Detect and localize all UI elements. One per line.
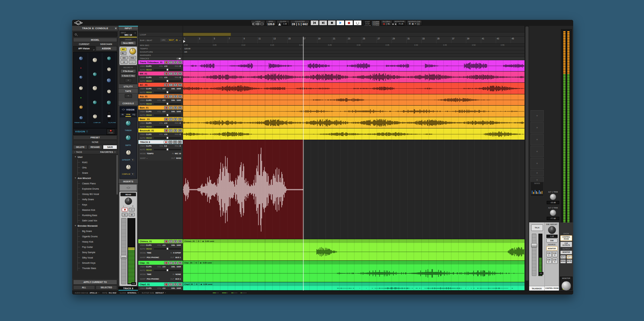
- input-monitor-button[interactable]: I: [169, 283, 173, 286]
- solo-button[interactable]: S: [173, 141, 177, 144]
- record-arm-button[interactable]: [164, 129, 168, 132]
- volume-value[interactable]: -2.6: [162, 266, 165, 268]
- solo-button[interactable]: S: [173, 129, 177, 132]
- strip-knob[interactable]: [79, 56, 83, 61]
- solo-button[interactable]: S: [173, 283, 177, 286]
- show-control-room-button[interactable]: CONTROL ROOM: [560, 235, 572, 241]
- audio-clip[interactable]: [183, 128, 525, 140]
- pan-slider[interactable]: [154, 103, 181, 105]
- gate-in-chip[interactable]: IN: [131, 159, 134, 161]
- track-header[interactable]: Clap _01 ISM VIEWCLIPSVOL-2.6100L100R AU…: [138, 261, 183, 282]
- automation-mode[interactable]: READ: [146, 137, 152, 139]
- snap-chip[interactable]: SNAP: [168, 39, 175, 42]
- preset-item[interactable]: Heavy Kick: [72, 239, 118, 244]
- input-route-value[interactable]: 8 S/PDIF: [173, 252, 181, 254]
- sidebar-scrollbar[interactable]: [116, 155, 118, 195]
- fader-cap[interactable]: [121, 255, 127, 259]
- add-insert-button[interactable]: +: [530, 110, 544, 121]
- audio-clip[interactable]: [183, 106, 525, 117]
- view-grid-icon[interactable]: [256, 23, 259, 25]
- audio-clip[interactable]: Clap _01G◆0.00 semi: [183, 261, 525, 282]
- add-insert-button[interactable]: +: [530, 146, 544, 157]
- output-route-value[interactable]: MAIN: [176, 157, 181, 159]
- pan-left-value[interactable]: 100L: [171, 287, 175, 289]
- depth-knob[interactable]: [125, 135, 131, 141]
- overload-indicator[interactable]: OL: [388, 23, 390, 25]
- volume-value[interactable]: -2.6: [162, 244, 165, 246]
- bar-beat-row-label[interactable]: BAR | BEAT GRID SNAP U →: [138, 37, 183, 44]
- rename-button[interactable]: RENAME: [88, 145, 102, 149]
- pan-value[interactable]: C: [180, 133, 181, 135]
- session-icon[interactable]: ◉: [412, 23, 414, 25]
- selected-track-lane[interactable]: [183, 140, 525, 239]
- track-name[interactable]: Clap _01: [140, 262, 164, 264]
- tempo-value[interactable]: 120.00: [184, 48, 190, 50]
- tab-in[interactable]: IN: [120, 113, 125, 117]
- alt2-trim-knob[interactable]: [550, 209, 556, 216]
- audio-clip[interactable]: Chimes_01G◆0.00 semi: [183, 239, 525, 261]
- settings-gear-icon[interactable]: ⚙: [409, 23, 411, 25]
- record-arm-button[interactable]: [164, 61, 168, 64]
- audio-clip[interactable]: [183, 117, 525, 128]
- bar-ruler[interactable]: 1357911131517192123252729313335373941434…: [183, 37, 525, 44]
- solo-button[interactable]: S: [173, 118, 177, 121]
- mode-value[interactable]: TIME: [147, 252, 151, 254]
- strip-knob[interactable]: [79, 75, 83, 79]
- pan-right-value[interactable]: 100R: [176, 88, 181, 90]
- cue2-button[interactable]: CUE 2: [552, 251, 558, 257]
- alt1-trim-knob[interactable]: [550, 194, 556, 200]
- preset-item[interactable]: Massive Kick: [72, 207, 118, 212]
- pan-slider[interactable]: [154, 137, 181, 139]
- apply-selected-button[interactable]: SELECTED: [96, 285, 117, 290]
- pan-left-value[interactable]: 100L: [171, 111, 175, 113]
- line-in-button[interactable]: IN: [120, 52, 126, 55]
- delete-button[interactable]: DELETE: [73, 145, 87, 149]
- track-header[interactable]: Chimes_01 ISM VIEWCLIPSVOL-2.6100L100R A…: [138, 239, 183, 261]
- alt2-button[interactable]: ALT 2: [567, 255, 572, 259]
- monitor-level-value[interactable]: -75 dB: [397, 23, 404, 25]
- solo-button[interactable]: S: [173, 240, 177, 243]
- pan-slider[interactable]: [154, 126, 181, 127]
- clock-value[interactable]: INTERNAL: [127, 292, 137, 294]
- automation-mode[interactable]: READ: [146, 91, 152, 93]
- volume-value[interactable]: -2.6: [162, 111, 165, 113]
- mute-button[interactable]: M: [178, 72, 182, 75]
- preset-item[interactable]: Sexy Sample: [72, 250, 118, 255]
- input-monitor-button[interactable]: I: [169, 118, 173, 121]
- click-level-value[interactable]: 0 dB: [282, 23, 288, 25]
- preset-item[interactable]: Rumbling Bass: [72, 212, 118, 218]
- track-name[interactable]: Bam_01: [140, 107, 164, 109]
- low-cut-filter-button[interactable]: ⌐: [129, 60, 136, 64]
- loop-row-label[interactable]: LOOP: [138, 32, 183, 37]
- favorites-label[interactable]: FAVORITES: [100, 151, 113, 153]
- preset-item[interactable]: Satin Lead Vox: [72, 218, 118, 223]
- play-button[interactable]: [336, 20, 345, 25]
- preset-item[interactable]: Explosive Drums: [72, 186, 118, 191]
- pan-right-value[interactable]: 100R: [176, 111, 181, 113]
- mute-button[interactable]: M: [178, 141, 182, 144]
- solo-button[interactable]: S: [173, 72, 177, 75]
- preset-item[interactable]: Keys: [72, 202, 118, 207]
- preset-item[interactable]: Big Snare: [72, 228, 118, 234]
- preset-group[interactable]: ▾Ann Mincieli: [72, 175, 118, 181]
- vision-plugin-slot[interactable]: VISION: [119, 106, 137, 113]
- input-monitor-button[interactable]: I: [169, 106, 173, 109]
- preset-item[interactable]: Smooth Keys: [72, 260, 118, 265]
- automation-mode[interactable]: READ: [146, 103, 152, 105]
- pan-slider[interactable]: [154, 69, 181, 70]
- track-name[interactable]: Bouzouki_01: [140, 129, 164, 132]
- input-monitor-button[interactable]: I: [169, 129, 173, 132]
- input-route-value[interactable]: MIC 18: [175, 153, 181, 155]
- solo-button[interactable]: S: [173, 95, 177, 98]
- volume-value[interactable]: -2.6: [164, 133, 167, 135]
- tape-section-header[interactable]: TAPE: [118, 89, 138, 93]
- strip-knob[interactable]: [79, 86, 83, 90]
- go-to-end-button[interactable]: [319, 20, 327, 25]
- stop-button[interactable]: [328, 20, 336, 25]
- track-header[interactable]: AC _01 ISM VIEWCLIPSVOL-2.6100L100R AUTO…: [138, 83, 183, 94]
- volume-value[interactable]: -2.6: [162, 99, 165, 101]
- loop-region[interactable]: [183, 33, 231, 36]
- strip-knob[interactable]: [93, 72, 97, 76]
- record-arm-button[interactable]: [164, 141, 168, 144]
- record-arm-button[interactable]: [122, 208, 128, 211]
